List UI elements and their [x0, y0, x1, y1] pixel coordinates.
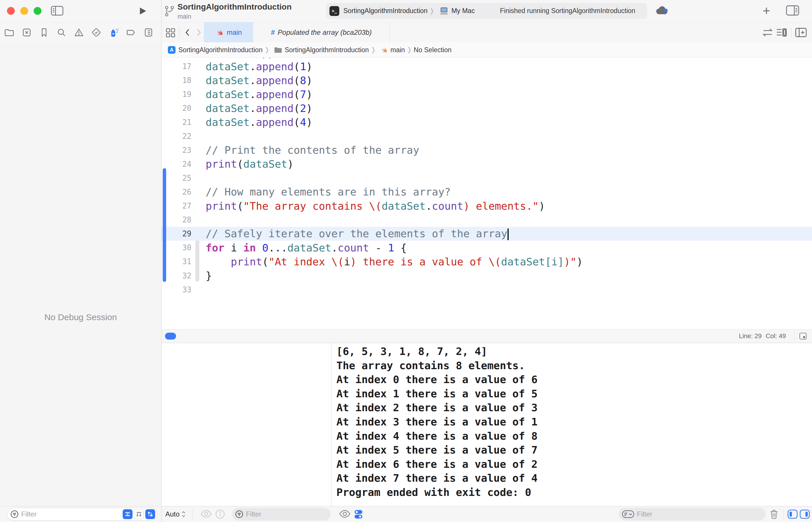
- back-chevron-icon[interactable]: [183, 27, 192, 37]
- navigator-filter-input[interactable]: [21, 510, 123, 518]
- code-lines: 16dataSet.append(3)17dataSet.append(1)18…: [162, 58, 812, 297]
- tests-navigator-icon[interactable]: [90, 27, 102, 38]
- code-text[interactable]: // Safely iterate over the elements of t…: [206, 228, 509, 240]
- console-pane[interactable]: [6, 5, 3, 1, 8, 7, 2, 4]The array contai…: [332, 343, 812, 506]
- code-line-28[interactable]: 28: [162, 213, 812, 227]
- variables-console-toggle-icon[interactable]: [353, 508, 364, 520]
- code-text[interactable]: dataSet.append(1): [206, 61, 312, 73]
- close-window-button[interactable]: [7, 7, 15, 15]
- code-line-21[interactable]: 21dataSet.append(4): [162, 115, 812, 129]
- breadcrumb-file[interactable]: main: [390, 46, 405, 54]
- console-filter-field[interactable]: [619, 508, 766, 521]
- code-text[interactable]: }: [206, 270, 212, 282]
- editor-layout-icon[interactable]: [799, 332, 807, 340]
- variables-filter-field[interactable]: [232, 508, 331, 521]
- zoom-window-button[interactable]: [34, 7, 41, 15]
- console-filter-input[interactable]: [637, 510, 762, 518]
- eye-icon[interactable]: [339, 509, 351, 519]
- line-number[interactable]: 24: [162, 160, 191, 168]
- code-text[interactable]: dataSet.append(4): [206, 116, 312, 128]
- navigator-filter-field[interactable]: [7, 508, 158, 521]
- scheme-target-label[interactable]: SortingAlgorithmIntroduction: [343, 7, 427, 15]
- scheme-selector[interactable]: >_ SortingAlgorithmIntroduction ❭ My Mac…: [326, 3, 647, 19]
- project-title[interactable]: SortingAlgorithmIntroduction: [178, 2, 292, 12]
- forward-chevron-icon[interactable]: [194, 27, 203, 37]
- scheme-device-label[interactable]: My Mac: [451, 7, 475, 15]
- code-line-24[interactable]: 24print(dataSet): [162, 157, 812, 171]
- filter-chevron-icon[interactable]: [622, 510, 634, 518]
- add-editor-icon[interactable]: [795, 27, 807, 38]
- line-number[interactable]: 20: [162, 104, 191, 113]
- tab-overview-icon[interactable]: [165, 27, 176, 38]
- divider: [794, 332, 795, 340]
- call-tree-view-icon[interactable]: [134, 509, 144, 519]
- code-line-31[interactable]: 31 print("At index \(i) there is a value…: [162, 255, 812, 268]
- breadcrumb-selection[interactable]: No Selection: [414, 46, 451, 54]
- find-navigator-icon[interactable]: [56, 27, 67, 38]
- debug-navigator-icon[interactable]: [108, 27, 119, 38]
- reports-navigator-icon[interactable]: [143, 27, 154, 38]
- variables-scope-dropdown[interactable]: Auto: [165, 506, 186, 522]
- editor-options-icon[interactable]: [775, 27, 788, 38]
- trash-icon[interactable]: [769, 508, 779, 520]
- line-number[interactable]: 18: [162, 76, 191, 85]
- code-line-20[interactable]: 20dataSet.append(2): [162, 101, 812, 115]
- line-number[interactable]: 21: [162, 118, 191, 127]
- sidebar-divider[interactable]: [161, 0, 162, 522]
- code-text[interactable]: dataSet.append(8): [206, 75, 312, 86]
- code-line-32[interactable]: 32}: [162, 269, 812, 283]
- code-line-33[interactable]: 33: [162, 283, 812, 297]
- cloud-icon[interactable]: [655, 4, 670, 18]
- change-indicator-pill[interactable]: [165, 333, 176, 340]
- project-navigator-icon[interactable]: [3, 27, 15, 38]
- variables-filter-input[interactable]: [246, 510, 327, 518]
- code-line-22[interactable]: 22: [162, 129, 812, 143]
- hide-console-panel-icon[interactable]: [799, 509, 810, 519]
- bookmarks-navigator-icon[interactable]: [38, 27, 49, 38]
- ui-hierarchy-view-icon[interactable]: [145, 509, 155, 519]
- breakpoints-navigator-icon[interactable]: [125, 27, 137, 38]
- changes-navigator-icon[interactable]: [21, 27, 32, 38]
- code-text[interactable]: print(dataSet): [206, 158, 293, 170]
- tab-commit[interactable]: # Populated the array (bca203b): [253, 22, 390, 43]
- code-text[interactable]: print("The array contains \(dataSet.coun…: [206, 200, 545, 212]
- line-number[interactable]: 19: [162, 90, 191, 99]
- code-line-30[interactable]: 30for i in 0...dataSet.count - 1 {: [162, 241, 812, 255]
- code-text[interactable]: dataSet.append(7): [206, 88, 312, 100]
- code-line-19[interactable]: 19dataSet.append(7): [162, 87, 812, 101]
- swap-editors-icon[interactable]: [762, 27, 773, 37]
- code-line-25[interactable]: 25: [162, 171, 812, 185]
- sidebar-toggle-icon[interactable]: [50, 5, 64, 16]
- code-text[interactable]: // How many elements are in this array?: [206, 186, 451, 198]
- hide-variables-panel-icon[interactable]: [787, 509, 798, 519]
- code-line-27[interactable]: 27print("The array contains \(dataSet.co…: [162, 199, 812, 213]
- info-icon[interactable]: [215, 509, 226, 520]
- code-line-18[interactable]: 18dataSet.append(8): [162, 73, 812, 87]
- variables-view[interactable]: [162, 343, 331, 506]
- breadcrumb-project[interactable]: SortingAlgorithmIntroduction: [178, 46, 262, 54]
- code-line-17[interactable]: 17dataSet.append(1): [162, 59, 812, 73]
- play-icon[interactable]: [138, 6, 147, 16]
- line-number[interactable]: 22: [162, 132, 191, 141]
- breadcrumb-group[interactable]: SortingAlgorithmIntroduction: [285, 46, 369, 54]
- source-editor[interactable]: 16dataSet.append(3)17dataSet.append(1)18…: [162, 58, 812, 329]
- code-line-29[interactable]: 29// Safely iterate over the elements of…: [162, 227, 812, 241]
- right-panel-toggle-icon[interactable]: [785, 5, 800, 16]
- code-text[interactable]: for i in 0...dataSet.count - 1 {: [206, 242, 407, 254]
- line-number[interactable]: 17: [162, 62, 191, 71]
- code-line-26[interactable]: 26// How many elements are in this array…: [162, 185, 812, 199]
- eye-icon[interactable]: [200, 509, 212, 519]
- issues-navigator-icon[interactable]: [73, 27, 84, 38]
- code-line-23[interactable]: 23// Print the contents of the array: [162, 143, 812, 157]
- plus-icon[interactable]: +: [763, 3, 770, 18]
- line-number[interactable]: 23: [162, 146, 191, 155]
- line-number[interactable]: 33: [162, 285, 191, 294]
- code-text[interactable]: // Print the contents of the array: [206, 144, 419, 156]
- code-text[interactable]: dataSet.append(2): [206, 102, 312, 114]
- code-text[interactable]: dataSet.append(3): [206, 58, 312, 59]
- flat-list-view-icon[interactable]: [123, 509, 133, 519]
- code-text[interactable]: print("At index \(i) there is a value of…: [206, 256, 583, 268]
- bottom-bar: Auto: [0, 506, 812, 522]
- minimize-window-button[interactable]: [20, 7, 28, 15]
- tab-main[interactable]: main: [204, 22, 253, 43]
